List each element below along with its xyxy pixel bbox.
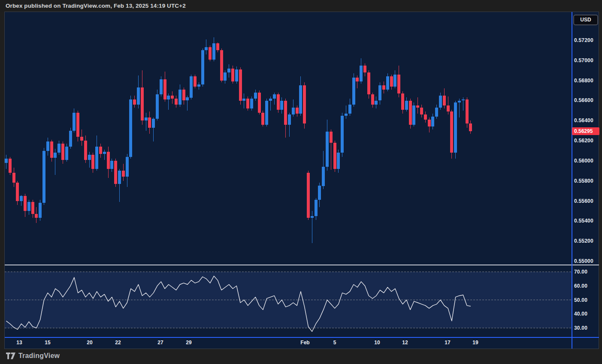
candle[interactable]: [390, 75, 393, 90]
candle[interactable]: [220, 48, 223, 83]
candle[interactable]: [393, 70, 396, 88]
candle[interactable]: [133, 96, 136, 108]
candle[interactable]: [409, 99, 412, 129]
candle[interactable]: [16, 181, 19, 205]
candle[interactable]: [145, 113, 148, 131]
candle[interactable]: [269, 96, 272, 111]
time-axis[interactable]: 131520222729Feb510121719: [5, 338, 599, 349]
candle[interactable]: [76, 111, 79, 142]
candle[interactable]: [12, 168, 15, 187]
candle[interactable]: [27, 200, 30, 215]
candle[interactable]: [356, 75, 359, 89]
candle[interactable]: [107, 147, 110, 178]
candle[interactable]: [201, 48, 204, 87]
candle[interactable]: [367, 70, 370, 99]
candle[interactable]: [345, 105, 348, 118]
candle[interactable]: [212, 37, 215, 61]
candle[interactable]: [371, 93, 374, 108]
candle[interactable]: [99, 144, 102, 158]
candle[interactable]: [39, 200, 42, 221]
candle[interactable]: [224, 70, 227, 84]
candle[interactable]: [231, 66, 234, 84]
candle[interactable]: [167, 93, 170, 109]
candle[interactable]: [9, 157, 12, 175]
candle[interactable]: [261, 111, 264, 126]
candle[interactable]: [454, 101, 457, 159]
candle[interactable]: [341, 113, 344, 157]
candle[interactable]: [20, 195, 23, 206]
candle[interactable]: [435, 105, 438, 119]
candle[interactable]: [182, 87, 185, 105]
candle[interactable]: [129, 96, 132, 159]
candle[interactable]: [69, 128, 72, 149]
candle[interactable]: [73, 108, 76, 132]
candlestick-pane[interactable]: [5, 12, 572, 265]
candle[interactable]: [190, 75, 193, 100]
candle[interactable]: [428, 117, 431, 132]
candle[interactable]: [273, 93, 276, 105]
candle[interactable]: [322, 151, 325, 189]
rsi-chart[interactable]: [5, 265, 572, 337]
candle[interactable]: [375, 96, 378, 108]
candle[interactable]: [333, 141, 336, 172]
candle[interactable]: [277, 93, 280, 113]
candle[interactable]: [330, 129, 333, 170]
candle[interactable]: [378, 82, 381, 105]
candle[interactable]: [114, 159, 117, 187]
candle[interactable]: [424, 111, 427, 123]
candle[interactable]: [288, 113, 291, 137]
candle[interactable]: [194, 75, 197, 89]
candle[interactable]: [348, 99, 351, 116]
candle[interactable]: [178, 84, 182, 107]
candle[interactable]: [171, 91, 174, 103]
candle[interactable]: [156, 90, 159, 121]
candle[interactable]: [137, 75, 140, 108]
candle[interactable]: [57, 141, 61, 155]
candle[interactable]: [80, 129, 83, 146]
candle[interactable]: [110, 159, 113, 172]
candle[interactable]: [242, 93, 245, 108]
candle[interactable]: [5, 155, 8, 169]
candle[interactable]: [296, 105, 299, 117]
candle[interactable]: [103, 150, 106, 159]
candle[interactable]: [197, 82, 200, 89]
candle[interactable]: [216, 42, 219, 52]
candle[interactable]: [303, 82, 306, 129]
candle[interactable]: [280, 97, 283, 114]
candle[interactable]: [450, 110, 453, 159]
candle[interactable]: [318, 183, 321, 207]
candle[interactable]: [311, 211, 314, 243]
candle[interactable]: [292, 99, 295, 117]
candle[interactable]: [118, 169, 121, 202]
tradingview-brand[interactable]: TradingView: [6, 352, 60, 360]
candle[interactable]: [61, 141, 64, 164]
candle[interactable]: [337, 150, 340, 173]
candle[interactable]: [141, 70, 144, 124]
candle[interactable]: [239, 67, 242, 105]
candle[interactable]: [50, 140, 53, 162]
candle[interactable]: [91, 153, 94, 173]
candle[interactable]: [326, 120, 329, 171]
candle[interactable]: [412, 102, 415, 126]
candle[interactable]: [258, 90, 261, 114]
candle[interactable]: [46, 138, 49, 156]
candlestick-chart[interactable]: [5, 12, 572, 265]
candle[interactable]: [235, 66, 238, 84]
candle[interactable]: [42, 148, 45, 205]
candle[interactable]: [416, 97, 419, 114]
candle[interactable]: [31, 200, 34, 218]
candle[interactable]: [95, 135, 98, 171]
candle[interactable]: [299, 76, 302, 115]
candle[interactable]: [382, 81, 385, 93]
candle[interactable]: [122, 164, 125, 181]
candle[interactable]: [397, 66, 400, 98]
candle[interactable]: [447, 96, 450, 114]
candle[interactable]: [84, 135, 87, 162]
currency-button[interactable]: USD: [573, 15, 598, 25]
candle[interactable]: [469, 120, 472, 133]
candle[interactable]: [148, 111, 151, 134]
candle[interactable]: [265, 99, 268, 126]
candle[interactable]: [386, 73, 389, 91]
candle[interactable]: [405, 97, 408, 111]
candle[interactable]: [186, 96, 189, 111]
